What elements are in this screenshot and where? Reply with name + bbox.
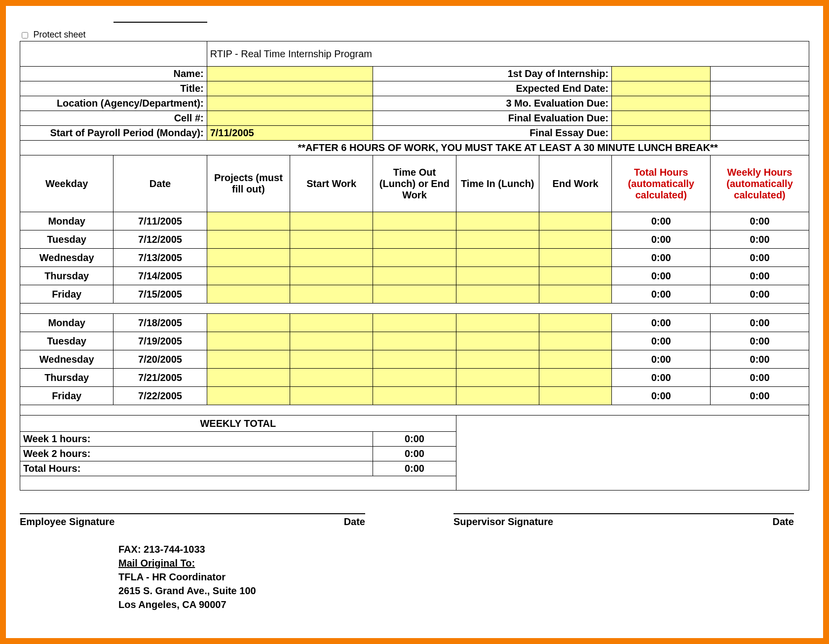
start-cell[interactable] [290, 212, 373, 230]
table-row: Thursday7/14/20050:000:00 [20, 267, 809, 285]
start-cell[interactable] [290, 350, 373, 369]
projects-cell[interactable] [207, 387, 290, 405]
enddate-input[interactable] [612, 81, 711, 96]
eval3-label: 3 Mo. Evaluation Due: [373, 96, 612, 111]
firstday-input[interactable] [612, 67, 711, 81]
timein-cell[interactable] [456, 212, 539, 230]
projects-cell[interactable] [207, 212, 290, 230]
date-cell: 7/22/2005 [113, 387, 207, 405]
timein-cell[interactable] [456, 249, 539, 267]
timeout-cell[interactable] [373, 285, 456, 303]
payroll-input[interactable]: 7/11/2005 [207, 126, 373, 141]
timeout-cell[interactable] [373, 314, 456, 332]
total-hours-cell: 0:00 [612, 314, 711, 332]
start-cell[interactable] [290, 332, 373, 350]
supervisor-date-label: Date [773, 516, 794, 528]
start-cell[interactable] [290, 230, 373, 249]
start-cell[interactable] [290, 387, 373, 405]
evalfinal-input[interactable] [612, 111, 711, 126]
endwork-cell[interactable] [539, 230, 611, 249]
timeout-cell[interactable] [373, 350, 456, 369]
finalessay-label: Final Essay Due: [373, 126, 612, 141]
timeout-cell[interactable] [373, 267, 456, 285]
weekly-total-title: WEEKLY TOTAL [20, 416, 456, 432]
endwork-cell[interactable] [539, 369, 611, 387]
endwork-cell[interactable] [539, 267, 611, 285]
eval3-input[interactable] [612, 96, 711, 111]
projects-cell[interactable] [207, 267, 290, 285]
projects-cell[interactable] [207, 285, 290, 303]
weekly-hours-cell: 0:00 [711, 314, 809, 332]
projects-cell[interactable] [207, 314, 290, 332]
timein-cell[interactable] [456, 314, 539, 332]
contact-block: FAX: 213-744-1033 Mail Original To: TFLA… [118, 542, 809, 611]
start-cell[interactable] [290, 314, 373, 332]
total-hours-label: Total Hours: [20, 461, 373, 476]
protect-sheet-checkbox[interactable] [22, 32, 28, 38]
mail-line1: TFLA - HR Coordinator [118, 570, 809, 584]
projects-cell[interactable] [207, 332, 290, 350]
location-input[interactable] [207, 96, 373, 111]
mail-line3: Los Angeles, CA 90007 [118, 598, 809, 611]
endwork-cell[interactable] [539, 249, 611, 267]
date-cell: 7/13/2005 [113, 249, 207, 267]
timeout-cell[interactable] [373, 212, 456, 230]
start-cell[interactable] [290, 369, 373, 387]
timein-cell[interactable] [456, 369, 539, 387]
timein-cell[interactable] [456, 350, 539, 369]
location-label: Location (Agency/Department): [20, 96, 207, 111]
finalessay-input[interactable] [612, 126, 711, 141]
col-weeklyhours: Weekly Hours (automatically calculated) [711, 155, 809, 212]
timeout-cell[interactable] [373, 369, 456, 387]
endwork-cell[interactable] [539, 350, 611, 369]
start-cell[interactable] [290, 267, 373, 285]
total-hours-cell: 0:00 [612, 285, 711, 303]
weekday-cell: Monday [20, 314, 113, 332]
signatures: Employee Signature Date Supervisor Signa… [20, 513, 809, 528]
timeout-cell[interactable] [373, 230, 456, 249]
start-cell[interactable] [290, 285, 373, 303]
firstday-label: 1st Day of Internship: [373, 67, 612, 81]
col-date: Date [113, 155, 207, 212]
top-divider [113, 22, 207, 23]
timeout-cell[interactable] [373, 332, 456, 350]
start-cell[interactable] [290, 249, 373, 267]
weekly-hours-cell: 0:00 [711, 285, 809, 303]
mail-heading: Mail Original To: [118, 556, 809, 570]
lunch-break-note: **AFTER 6 HOURS OF WORK, YOU MUST TAKE A… [298, 142, 718, 153]
timein-cell[interactable] [456, 230, 539, 249]
weekly-hours-cell: 0:00 [711, 212, 809, 230]
projects-cell[interactable] [207, 249, 290, 267]
projects-cell[interactable] [207, 350, 290, 369]
projects-cell[interactable] [207, 230, 290, 249]
col-start: Start Work [290, 155, 373, 212]
weekday-cell: Thursday [20, 267, 113, 285]
date-cell: 7/12/2005 [113, 230, 207, 249]
weekly-hours-cell: 0:00 [711, 249, 809, 267]
table-row: Tuesday7/19/20050:000:00 [20, 332, 809, 350]
name-input[interactable] [207, 67, 373, 81]
timeout-cell[interactable] [373, 387, 456, 405]
timein-cell[interactable] [456, 267, 539, 285]
timein-cell[interactable] [456, 285, 539, 303]
endwork-cell[interactable] [539, 212, 611, 230]
title-input[interactable] [207, 81, 373, 96]
timeout-cell[interactable] [373, 249, 456, 267]
cell-input[interactable] [207, 111, 373, 126]
name-label: Name: [20, 67, 207, 81]
weekly-hours-cell: 0:00 [711, 350, 809, 369]
endwork-cell[interactable] [539, 387, 611, 405]
endwork-cell[interactable] [539, 285, 611, 303]
mail-line2: 2615 S. Grand Ave., Suite 100 [118, 584, 809, 598]
projects-cell[interactable] [207, 369, 290, 387]
endwork-cell[interactable] [539, 314, 611, 332]
total-hours-cell: 0:00 [612, 350, 711, 369]
weekly-hours-cell: 0:00 [711, 387, 809, 405]
timein-cell[interactable] [456, 332, 539, 350]
timein-cell[interactable] [456, 387, 539, 405]
table-row: Monday7/18/20050:000:00 [20, 314, 809, 332]
col-weekday: Weekday [20, 155, 113, 212]
table-row: Wednesday7/20/20050:000:00 [20, 350, 809, 369]
endwork-cell[interactable] [539, 332, 611, 350]
title-label: Title: [20, 81, 207, 96]
